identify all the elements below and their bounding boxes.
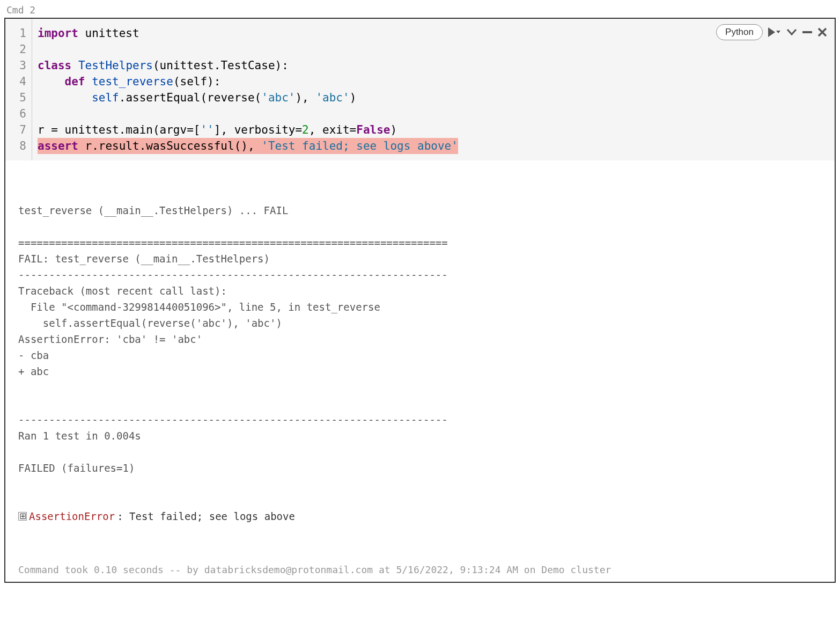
close-icon[interactable] [817,27,827,37]
cell-toolbar: Python [716,24,827,40]
cell-label: Cmd 2 [4,4,836,16]
status-line: Command took 0.10 seconds -- by databric… [5,560,835,582]
code-line[interactable] [38,41,829,57]
line-number: 6 [5,106,32,122]
code-line[interactable]: def test_reverse(self): [38,74,829,90]
notebook-cell: Python [4,18,836,583]
run-icon[interactable] [768,27,781,37]
line-number: 7 [5,122,32,138]
code-line[interactable]: self.assertEqual(reverse('abc'), 'abc') [38,90,829,106]
line-number: 8 [5,138,32,154]
code-line[interactable]: class TestHelpers(unittest.TestCase): [38,57,829,74]
language-badge[interactable]: Python [716,24,763,40]
error-name: AssertionError [29,508,115,524]
svg-rect-0 [802,31,812,33]
expand-icon[interactable]: ⊞ [18,512,27,521]
line-number-gutter: 12345678 [5,19,32,160]
error-summary[interactable]: ⊞ AssertionError : Test failed; see logs… [18,508,822,524]
line-number: 1 [5,25,32,41]
code-editor[interactable]: Python [5,19,835,160]
code-line[interactable]: assert r.result.wasSuccessful(), 'Test f… [38,138,829,154]
code-line[interactable] [38,106,829,122]
line-number: 3 [5,57,32,74]
code-line[interactable]: r = unittest.main(argv=[''], verbosity=2… [38,122,829,138]
minimize-icon[interactable] [802,28,812,36]
error-message: : Test failed; see logs above [117,508,295,524]
code-content[interactable]: import unittest class TestHelpers(unitte… [32,19,835,160]
cell-container: Cmd 2 Python [4,4,836,583]
line-number: 2 [5,41,32,57]
line-number: 4 [5,74,32,90]
code-line[interactable]: import unittest [38,25,829,41]
cell-output: test_reverse (__main__.TestHelpers) ... … [5,160,835,560]
chevron-down-icon[interactable] [786,28,797,36]
line-number: 5 [5,90,32,106]
output-text: test_reverse (__main__.TestHelpers) ... … [18,202,822,476]
